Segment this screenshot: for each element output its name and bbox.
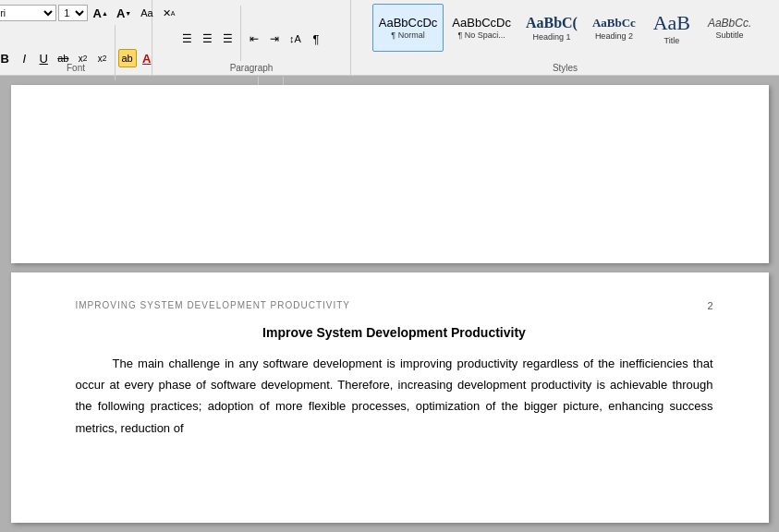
font-size-select[interactable]: 12 <box>58 5 88 21</box>
style-title-label: Title <box>664 36 680 45</box>
style-subtitle-label: Subtitle <box>716 30 744 40</box>
decrease-indent-button[interactable]: ⇤ <box>245 30 263 48</box>
style-no-space[interactable]: AaBbCcDc ¶ No Spaci... <box>445 4 517 52</box>
show-formatting-button[interactable]: ¶ <box>307 30 325 48</box>
page-number: 2 <box>707 300 712 311</box>
style-subtitle[interactable]: AaBbCc. Subtitle <box>701 4 758 52</box>
font-name-select[interactable]: Calibri <box>0 5 56 21</box>
ribbon: Calibri 12 A▲ A▼ Aa ✕A B I U ab x2 x2 ab… <box>0 0 779 76</box>
style-normal-preview: AaBbCcDc <box>379 16 438 30</box>
style-nospace-preview: AaBbCcDc <box>452 16 511 30</box>
style-h1-preview: AaBbC( <box>526 15 578 31</box>
style-title[interactable]: AaB Title <box>644 4 700 52</box>
font-section: Calibri 12 A▲ A▼ Aa ✕A B I U ab x2 x2 ab… <box>0 0 152 75</box>
style-h1-label: Heading 1 <box>532 32 570 42</box>
document-body: The main challenge in any software devel… <box>76 353 713 440</box>
document-area: IMPROVING SYSTEM DEVELOPMENT PRODUCTIVIT… <box>0 76 779 532</box>
style-nospace-label: ¶ No Spaci... <box>457 30 505 40</box>
style-normal-label: ¶ Normal <box>391 30 424 40</box>
paragraph-section-label: Paragraph <box>152 63 350 73</box>
style-heading2[interactable]: AaBbCc Heading 2 <box>586 4 642 52</box>
paragraph-section: ☰ ☰ ☰ ⇤ ⇥ ↕A ¶ ≡ ≡ ≡ ☰ ↕ ▧ ⊞ Paragraph <box>152 0 351 75</box>
style-h2-label: Heading 2 <box>595 31 633 41</box>
numbering-button[interactable]: ☰ <box>198 30 216 48</box>
style-title-preview: AaB <box>653 11 690 35</box>
page-2: IMPROVING SYSTEM DEVELOPMENT PRODUCTIVIT… <box>11 272 769 523</box>
styles-section-label: Styles <box>351 63 779 73</box>
style-subtitle-preview: AaBbCc. <box>708 17 751 30</box>
multilevel-list-button[interactable]: ☰ <box>218 30 237 48</box>
style-h2-preview: AaBbCc <box>592 16 636 30</box>
style-normal[interactable]: AaBbCcDc ¶ Normal <box>372 4 444 52</box>
increase-indent-button[interactable]: ⇥ <box>265 30 284 48</box>
document-title: Improve System Development Productivity <box>76 325 713 340</box>
page-header: IMPROVING SYSTEM DEVELOPMENT PRODUCTIVIT… <box>76 300 713 311</box>
sort-button[interactable]: ↕A <box>286 30 305 48</box>
styles-section: AaBbCcDc ¶ Normal AaBbCcDc ¶ No Spaci...… <box>351 0 779 75</box>
page-1 <box>11 85 769 263</box>
style-heading1[interactable]: AaBbC( Heading 1 <box>519 4 584 52</box>
font-shrink-button[interactable]: A▼ <box>113 4 135 22</box>
page-header-title: IMPROVING SYSTEM DEVELOPMENT PRODUCTIVIT… <box>76 300 351 310</box>
font-grow-button[interactable]: A▲ <box>90 4 112 22</box>
bullets-button[interactable]: ☰ <box>177 30 196 48</box>
font-section-label: Font <box>0 63 152 73</box>
styles-gallery: AaBbCcDc ¶ Normal AaBbCcDc ¶ No Spaci...… <box>369 2 761 54</box>
